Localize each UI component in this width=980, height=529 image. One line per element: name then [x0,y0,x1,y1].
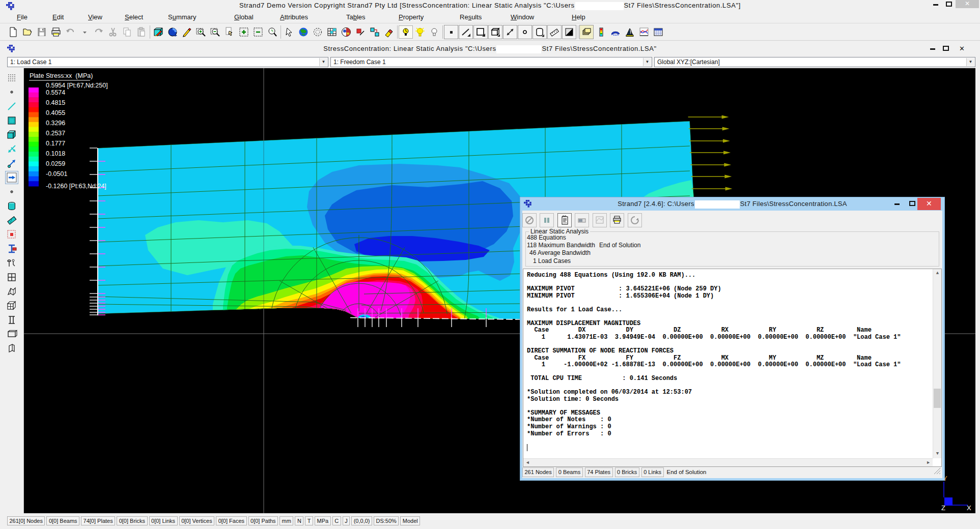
svg-text:0.5574: 0.5574 [46,89,65,96]
svg-text:0.3296: 0.3296 [46,120,65,127]
svg-text:0.5954 [Pt:67,Nd:250]: 0.5954 [Pt:67,Nd:250] [46,82,108,89]
svg-text:0.1018: 0.1018 [46,150,65,157]
svg-text:0.4055: 0.4055 [46,109,65,116]
svg-text:X: X [967,504,971,512]
svg-text:-0.1260 [Pt:63,Nd:24]: -0.1260 [Pt:63,Nd:24] [46,183,106,190]
svg-text:0.2537: 0.2537 [46,130,65,137]
svg-text:Plate Stress:xx (MPa): Plate Stress:xx (MPa) [30,72,93,79]
svg-text:0.1777: 0.1777 [46,140,65,147]
svg-text:0.4815: 0.4815 [46,99,65,106]
svg-text:Z: Z [941,504,945,512]
svg-text:-0.0501: -0.0501 [46,170,67,178]
svg-text:0.0259: 0.0259 [46,160,65,167]
